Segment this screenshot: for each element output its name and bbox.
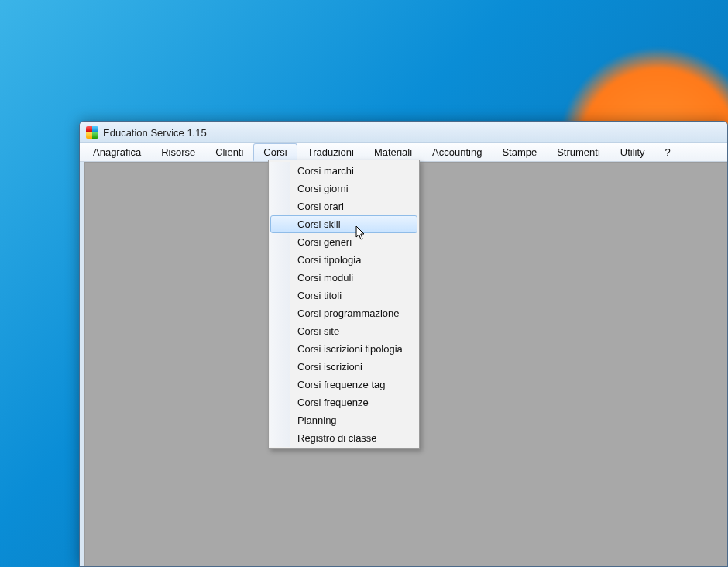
- menu-stampe[interactable]: Stampe: [492, 143, 547, 161]
- menu-accounting[interactable]: Accounting: [422, 143, 492, 161]
- dropdown-item-corsi-site[interactable]: Corsi site: [270, 322, 417, 340]
- dropdown-item-corsi-frequenze[interactable]: Corsi frequenze: [270, 393, 417, 411]
- menu-corsi[interactable]: Corsi: [253, 143, 297, 161]
- menu-risorse[interactable]: Risorse: [151, 143, 205, 161]
- menu-utility[interactable]: Utility: [610, 143, 655, 161]
- window-title: Education Service 1.15: [103, 127, 207, 139]
- dropdown-corsi: Corsi marchi Corsi giorni Corsi orari Co…: [268, 160, 420, 449]
- dropdown-item-planning[interactable]: Planning: [270, 411, 417, 429]
- dropdown-item-corsi-orari[interactable]: Corsi orari: [270, 198, 417, 215]
- dropdown-item-corsi-programmazione[interactable]: Corsi programmazione: [270, 304, 417, 322]
- dropdown-item-corsi-skill[interactable]: Corsi skill: [270, 215, 417, 233]
- menu-anagrafica[interactable]: Anagrafica: [83, 143, 151, 161]
- app-icon: [86, 126, 98, 139]
- dropdown-item-corsi-marchi[interactable]: Corsi marchi: [270, 162, 417, 180]
- dropdown-item-registro-di-classe[interactable]: Registro di classe: [270, 429, 417, 447]
- menu-materiali[interactable]: Materiali: [364, 143, 422, 161]
- menu-clienti[interactable]: Clienti: [205, 143, 253, 161]
- dropdown-item-corsi-generi[interactable]: Corsi generi: [270, 233, 417, 251]
- desktop-background: Education Service 1.15 Anagrafica Risors…: [0, 0, 728, 567]
- menu-traduzioni[interactable]: Traduzioni: [297, 143, 364, 161]
- app-window: Education Service 1.15 Anagrafica Risors…: [79, 121, 728, 567]
- menu-strumenti[interactable]: Strumenti: [547, 143, 610, 161]
- titlebar[interactable]: Education Service 1.15: [80, 122, 727, 143]
- dropdown-item-corsi-giorni[interactable]: Corsi giorni: [270, 180, 417, 198]
- dropdown-item-corsi-iscrizioni-tipologia[interactable]: Corsi iscrizioni tipologia: [270, 340, 417, 358]
- menu-help[interactable]: ?: [655, 143, 681, 161]
- dropdown-item-corsi-frequenze-tag[interactable]: Corsi frequenze tag: [270, 376, 417, 393]
- dropdown-item-corsi-moduli[interactable]: Corsi moduli: [270, 269, 417, 287]
- dropdown-item-corsi-iscrizioni[interactable]: Corsi iscrizioni: [270, 358, 417, 376]
- dropdown-item-corsi-titoli[interactable]: Corsi titoli: [270, 287, 417, 304]
- dropdown-item-corsi-tipologia[interactable]: Corsi tipologia: [270, 251, 417, 269]
